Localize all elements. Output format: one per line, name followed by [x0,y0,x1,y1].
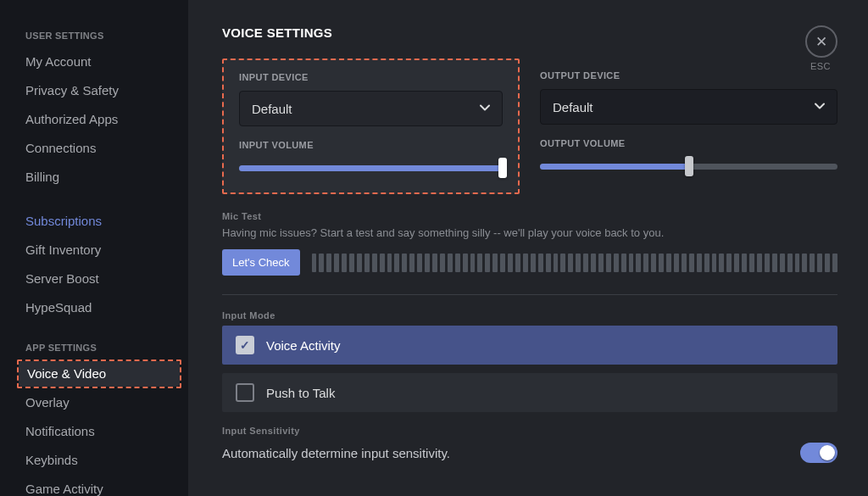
sidebar-item-billing[interactable]: Billing [17,163,181,192]
sidebar-item-notifications[interactable]: Notifications [17,417,181,446]
output-device-select[interactable]: Default [540,89,837,125]
chevron-down-icon [480,103,490,115]
app-settings-header: App Settings [25,343,181,353]
input-volume-label: Input Volume [239,140,503,150]
chevron-down-icon [815,101,825,114]
sidebar-item-connections[interactable]: Connections [17,134,181,163]
sidebar-item-privacy-safety[interactable]: Privacy & Safety [17,76,181,105]
checkbox-checked-icon: ✓ [236,336,254,354]
sidebar-item-voice-video[interactable]: Voice & Video [19,361,180,387]
sidebar-item-server-boost[interactable]: Server Boost [17,265,181,293]
checkbox-unchecked-icon [236,383,254,402]
annotation-highlight-input-device: Input Device Default Input Volume [222,59,520,194]
output-volume-label: Output Volume [540,138,837,148]
sidebar-item-game-activity[interactable]: Game Activity [17,475,181,496]
settings-sidebar: User Settings My Account Privacy & Safet… [0,0,188,496]
divider [222,294,837,295]
output-device-value: Default [553,100,593,114]
toggle-knob [820,445,835,460]
slider-thumb[interactable] [685,156,693,176]
input-device-select[interactable]: Default [239,91,503,126]
voice-activity-label: Voice Activity [266,338,341,353]
annotation-highlight-sidebar: Voice & Video [17,359,181,388]
sidebar-item-authorized-apps[interactable]: Authorized Apps [17,105,181,134]
sidebar-item-hypesquad[interactable]: HypeSquad [17,293,181,322]
sidebar-item-keybinds[interactable]: Keybinds [17,446,181,475]
user-settings-header: User Settings [25,31,181,41]
input-mode-voice-activity[interactable]: ✓ Voice Activity [222,326,837,365]
sidebar-item-overlay[interactable]: Overlay [17,388,181,417]
input-mode-label: Input Mode [222,310,837,320]
slider-thumb[interactable] [498,158,507,178]
input-mode-push-to-talk[interactable]: Push to Talk [222,373,837,412]
close-icon: ✕ [815,35,827,49]
auto-sensitivity-toggle[interactable] [800,443,837,463]
lets-check-button[interactable]: Let's Check [222,249,300,276]
input-device-value: Default [252,102,292,116]
push-to-talk-label: Push to Talk [266,386,335,400]
mic-test-help: Having mic issues? Start a test and say … [222,226,837,239]
input-device-label: Input Device [239,72,503,82]
sidebar-item-my-account[interactable]: My Account [17,47,181,76]
output-device-label: Output Device [540,70,837,81]
mic-test-label: Mic Test [222,211,837,221]
sidebar-item-gift-inventory[interactable]: Gift Inventory [17,236,181,265]
esc-label: ESC [810,61,831,71]
input-sensitivity-label: Input Sensitivity [222,426,837,436]
mic-level-meter [312,254,837,272]
output-volume-slider[interactable] [540,157,837,176]
page-title: VOICE SETTINGS [222,25,837,40]
input-volume-slider[interactable] [239,159,503,177]
sidebar-item-subscriptions[interactable]: Subscriptions [17,207,181,236]
settings-content: ✕ ESC VOICE SETTINGS Input Device Defaul… [188,0,868,496]
auto-sensitivity-text: Automatically determine input sensitivit… [222,446,450,460]
close-button[interactable]: ✕ [805,25,837,58]
